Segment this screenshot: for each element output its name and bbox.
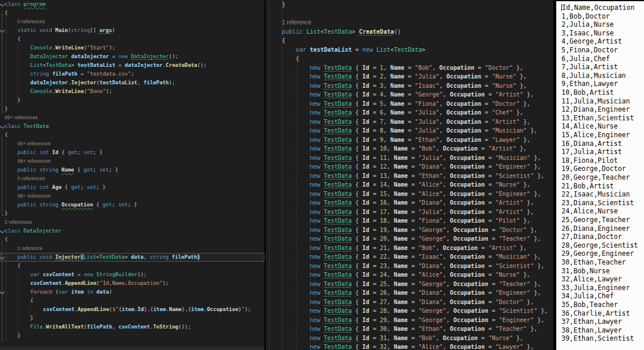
code-token: Occupation <box>450 344 485 350</box>
code-token: }, <box>523 344 534 350</box>
code-token: }, <box>530 253 541 260</box>
code-token: "Bob" <box>418 245 436 251</box>
code-token: new <box>310 253 324 260</box>
code-token: { <box>352 91 362 98</box>
code-token: 25 <box>380 281 387 287</box>
code-line: new TestData { Id = 22, Name = "Isaac", … <box>266 252 553 262</box>
code-token: "Diana" <box>418 163 443 170</box>
code-token: Name <box>394 335 408 341</box>
code-token: = <box>369 335 380 341</box>
csv-line: 32,Alice,Lawyer <box>556 275 644 284</box>
code-token: Id <box>362 163 369 170</box>
code-token: , <box>443 326 450 332</box>
csv-line: 19,George,Doctor <box>556 165 644 173</box>
code-token: { <box>74 167 84 173</box>
code-token: filePath <box>52 71 77 77</box>
code-token: 20 <box>380 235 387 242</box>
csv-line: 15,Alice,Engineer <box>556 131 644 140</box>
code-token: ; <box>77 149 84 155</box>
code-token: "Scientist" <box>499 308 537 314</box>
code-token: = <box>369 181 380 188</box>
code-editor-middle[interactable]: }1 referencepublic List<TestData> Create… <box>266 0 553 350</box>
code-token: var <box>296 47 310 53</box>
code-editor-left[interactable]: class program{0 referencesstatic void Ma… <box>0 0 264 350</box>
code-token: , <box>383 137 390 143</box>
code-token: = <box>369 199 380 206</box>
code-token: { <box>352 227 362 233</box>
code-token: (); <box>197 62 206 68</box>
code-line: new TestData { Id = 29, Name = "George",… <box>266 316 553 325</box>
code-token: , <box>443 199 450 206</box>
code-token: Occupation <box>453 227 488 233</box>
code-token: Occupation <box>446 83 481 89</box>
code-token: public int <box>17 149 52 155</box>
code-token: ); <box>109 45 116 51</box>
code-token: Id <box>362 227 369 233</box>
code-token: ; } <box>128 202 137 208</box>
code-line: } <box>0 331 264 340</box>
code-token: = <box>481 83 492 89</box>
code-token: "Engineer" <box>495 290 530 296</box>
code-token: "Nurse" <box>492 73 516 80</box>
code-token: "Pilot" <box>495 217 520 224</box>
code-token: new <box>310 290 324 296</box>
code-line: public string Name { get; set; } <box>0 166 264 174</box>
code-token: = <box>369 326 380 332</box>
code-token: "Isaac" <box>418 253 443 260</box>
code-token: csvContent <box>43 306 74 312</box>
code-token: , <box>443 217 450 224</box>
code-token: TestData <box>99 254 124 260</box>
code-token: , <box>383 91 390 98</box>
code-token: "Doctor" <box>485 65 513 71</box>
code-token: TestData <box>324 65 352 71</box>
horizontal-scrollbar[interactable] <box>0 347 264 350</box>
code-token: 11 <box>380 155 387 161</box>
code-token: new <box>119 53 131 59</box>
code-token: { <box>5 132 8 138</box>
code-token: new <box>310 335 324 341</box>
code-token: Id <box>362 317 369 323</box>
codelens-label: 99+ references <box>0 192 264 201</box>
code-token: "Lawyer" <box>492 137 520 143</box>
code-token: { <box>62 184 71 190</box>
code-token: Name <box>391 137 405 143</box>
code-token: "Scientist" <box>495 173 534 179</box>
code-token: , <box>446 235 453 242</box>
code-token: Name <box>394 217 408 224</box>
code-token: , <box>439 101 446 107</box>
code-token: TestData <box>324 101 352 107</box>
code-token: Occupation <box>450 155 485 161</box>
code-token: "Engineer" <box>495 163 530 170</box>
code-token: ) <box>112 27 115 33</box>
csv-line: 6,Julia,Chef <box>556 55 644 63</box>
code-token: }, <box>530 281 541 287</box>
code-token: = <box>481 109 492 116</box>
code-token: Name <box>394 272 408 278</box>
code-token: , <box>387 344 393 350</box>
code-token: "Doctor" <box>492 101 520 107</box>
code-token: , <box>439 73 446 80</box>
code-token: 17 <box>380 209 387 215</box>
code-token: Occupation <box>450 272 485 278</box>
csv-file-panel[interactable]: Id,Name,Occupation1,Bob,Doctor2,Julia,Nu… <box>556 1 644 350</box>
code-line: { <box>266 36 553 45</box>
csv-line: 14,Alice,Nurse <box>556 122 644 131</box>
code-token: { <box>352 173 362 179</box>
code-token: TestData <box>324 290 352 296</box>
code-token: , <box>387 235 393 242</box>
code-token: Id <box>362 272 369 278</box>
code-token: "Nurse" <box>488 335 513 341</box>
csv-line: 38,Ethan,Lawyer <box>556 326 644 335</box>
code-token: "Isaac" <box>415 83 439 89</box>
code-token: }, <box>534 173 544 179</box>
code-token: > <box>124 254 131 260</box>
code-token: TestData <box>324 119 352 125</box>
code-token: , <box>383 119 390 125</box>
code-token: "Julia" <box>415 119 439 125</box>
code-token: ) <box>109 289 112 295</box>
code-line: new TestData { Id = 8, Name = "Julia", O… <box>266 126 553 135</box>
code-token: Name <box>391 109 405 116</box>
code-token: Name <box>394 245 408 251</box>
code-token: = <box>405 127 415 134</box>
code-token: string <box>150 254 172 260</box>
